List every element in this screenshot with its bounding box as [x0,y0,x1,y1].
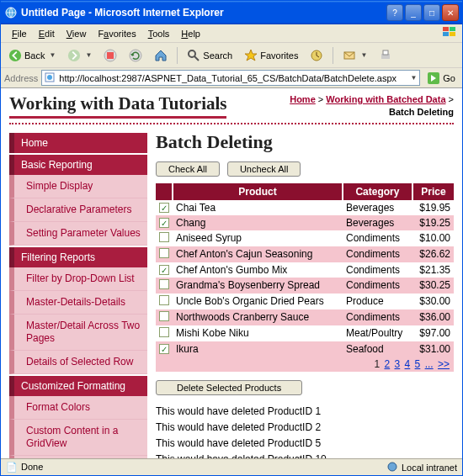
search-button[interactable]: Search [183,46,237,65]
nav-header[interactable]: Filtering Reports [9,247,147,267]
nav-item[interactable]: Simple Display [9,175,147,198]
cell-product: Aniseed Syrup [173,230,343,246]
svg-point-5 [9,49,21,61]
svg-rect-3 [443,32,449,36]
nav-item[interactable]: Custom Content in a GridView [9,420,147,456]
cell-price: $21.35 [412,262,454,278]
page-icon [45,72,56,84]
pager-link[interactable]: 5 [415,358,421,370]
svg-point-17 [47,75,52,80]
back-button[interactable]: Back ▼ [4,46,60,65]
row-checkbox[interactable]: ✓ [159,203,169,213]
nav-item[interactable]: Format Colors [9,396,147,420]
breadcrumb-current: Batch Deleting [389,107,454,117]
nav-item[interactable]: Declarative Parameters [9,198,147,222]
menu-help[interactable]: Help [175,27,206,40]
cell-product: Ikura [173,341,343,357]
minimize-button[interactable]: _ [405,4,422,21]
close-button[interactable]: ✕ [442,4,459,21]
cell-product: Chef Anton's Gumbo Mix [173,262,343,278]
row-checkbox[interactable] [159,311,169,321]
cell-price: $31.00 [412,341,454,357]
nav-header[interactable]: Customized Formatting [9,376,147,396]
result-line: This would have deleted ProductID 1 [156,404,454,420]
nav-header[interactable]: Home [9,133,147,153]
nav-item[interactable]: Filter by Drop-Down List [9,267,147,291]
cell-category: Condiments [343,230,412,246]
breadcrumb-section[interactable]: Working with Batched Data [326,94,445,104]
menu-view[interactable]: View [61,27,93,40]
search-icon [187,49,200,62]
address-label: Address [4,73,38,83]
pager-link[interactable]: 4 [405,358,411,370]
star-icon [244,49,258,62]
print-button[interactable] [375,46,396,65]
page-heading: Batch Deleting [156,131,454,153]
windows-flag-icon [442,25,459,40]
row-checkbox[interactable] [159,327,169,337]
uncheck-all-button[interactable]: Uncheck All [227,161,301,177]
print-icon [379,49,392,62]
cell-category: Beverages [343,200,412,215]
pager-ellipsis[interactable]: ... [425,358,434,370]
menu-edit[interactable]: Edit [33,27,61,40]
cell-category: Condiments [343,309,412,325]
cell-price: $10.00 [412,230,454,246]
cell-category: Seafood [343,341,412,357]
nav-header[interactable]: Basic Reporting [9,155,147,175]
breadcrumb-home[interactable]: Home [290,94,316,104]
row-checkbox[interactable]: ✓ [159,344,169,354]
check-buttons: Check All Uncheck All [156,161,454,177]
history-button[interactable] [306,46,327,65]
result-line: This would have deleted ProductID 5 [156,436,454,452]
favorites-label: Favorites [260,50,298,61]
refresh-button[interactable] [125,46,146,65]
table-row: Grandma's Boysenberry SpreadCondiments$3… [156,278,454,294]
row-checkbox[interactable] [159,248,169,258]
svg-point-19 [388,463,396,471]
cell-product: Uncle Bob's Organic Dried Pears [173,294,343,309]
row-checkbox[interactable] [159,232,169,242]
home-icon [154,49,168,62]
pager-link[interactable]: 2 [385,358,391,370]
chevron-down-icon[interactable]: ▼ [410,74,417,82]
stop-button[interactable] [99,46,121,65]
row-checkbox[interactable] [159,279,169,289]
nav-item[interactable]: Master/Detail Across Two Pages [9,315,147,351]
maximize-button[interactable]: □ [423,4,440,21]
address-input[interactable]: http://localhost:2987/ASPNET_Data_Tutori… [41,70,420,86]
row-checkbox[interactable]: ✓ [159,265,169,275]
results: This would have deleted ProductID 1This … [156,404,454,458]
favorites-button[interactable]: Favorites [240,46,302,65]
back-label: Back [24,50,45,61]
delete-selected-button[interactable]: Delete Selected Products [156,380,302,395]
svg-rect-4 [450,32,455,36]
chevron-down-icon: ▼ [360,51,367,59]
pager-link[interactable]: 3 [395,358,401,370]
home-button[interactable] [150,46,172,65]
result-line: This would have deleted ProductID 2 [156,420,454,436]
menu-tools[interactable]: Tools [142,27,176,40]
statusbar: 📄Done Local intranet [1,458,462,475]
row-checkbox[interactable] [159,295,169,305]
help-button[interactable]: ? [386,4,403,21]
pager-next[interactable]: >> [438,358,450,370]
nav-item[interactable]: Master-Details-Details [9,291,147,315]
mail-button[interactable]: ▼ [338,46,371,65]
go-button[interactable]: Go [423,70,459,87]
menu-file[interactable]: File [6,27,33,40]
browser-window: Untitled Page - Microsoft Internet Explo… [0,0,463,476]
forward-button[interactable]: ▼ [63,46,96,65]
check-all-button[interactable]: Check All [156,161,220,177]
mail-icon [343,49,356,62]
cell-category: Condiments [343,278,412,294]
menu-favorites[interactable]: Favorites [92,27,141,40]
row-checkbox[interactable]: ✓ [159,218,169,228]
pager: 1 2 3 4 5 ... >> [156,357,454,372]
table-row: Mishi Kobe NikuMeat/Poultry$97.00 [156,325,454,341]
svg-point-6 [68,49,80,61]
nav-item[interactable]: Setting Parameter Values [9,222,147,246]
nav-item[interactable]: Custom Content in a [9,456,147,458]
table-row: ✓ChangBeverages$19.25 [156,215,454,230]
nav-item[interactable]: Details of Selected Row [9,351,147,374]
